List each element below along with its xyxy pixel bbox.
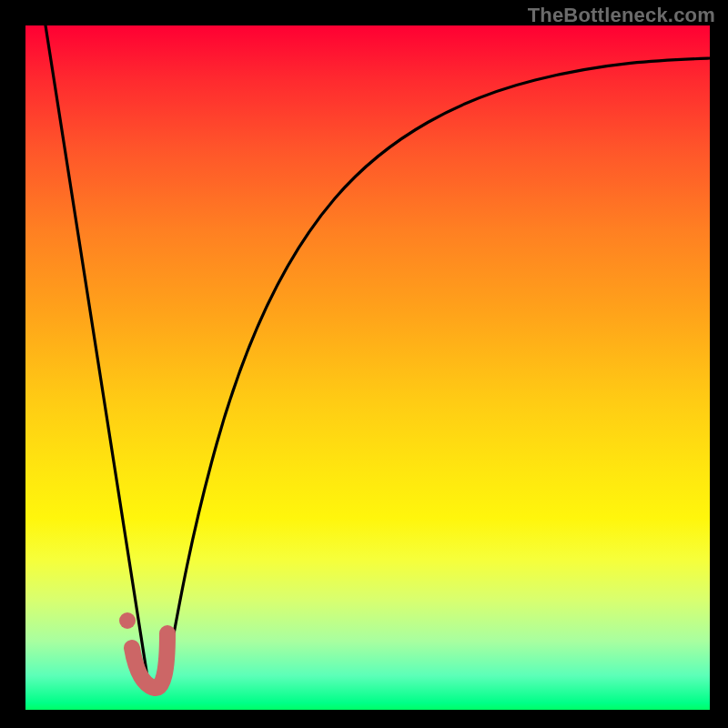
watermark-label: TheBottleneck.com (528, 4, 715, 27)
right-rising-curve (164, 58, 710, 689)
plot-area (25, 25, 710, 710)
chart-frame: TheBottleneck.com (0, 0, 728, 728)
j-marker-dot (119, 612, 136, 629)
curve-layer (25, 25, 710, 710)
j-marker-hook (132, 633, 167, 688)
left-falling-line (46, 25, 149, 689)
